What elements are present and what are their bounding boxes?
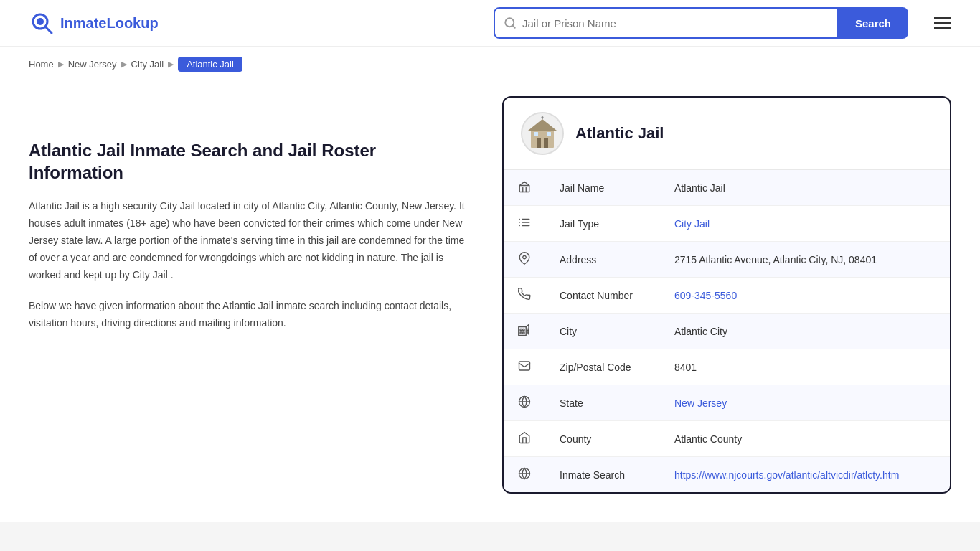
svg-rect-13 bbox=[519, 186, 529, 192]
hamburger-line-1 bbox=[934, 17, 951, 19]
card-header: Atlantic Jail bbox=[504, 98, 950, 170]
info-card: Atlantic Jail Jail NameAtlantic JailJail… bbox=[502, 96, 951, 494]
county-icon bbox=[504, 421, 545, 457]
logo-icon bbox=[29, 10, 55, 36]
field-label: City bbox=[545, 314, 660, 349]
field-label: Jail Type bbox=[545, 206, 660, 242]
field-label: Inmate Search bbox=[545, 457, 660, 493]
field-label: Jail Name bbox=[545, 170, 660, 206]
svg-rect-26 bbox=[520, 332, 522, 334]
svg-point-1 bbox=[37, 18, 44, 25]
menu-button[interactable] bbox=[934, 17, 951, 29]
field-value[interactable]: 609-345-5560 bbox=[660, 278, 950, 314]
search-globe-icon bbox=[504, 457, 545, 493]
svg-line-2 bbox=[45, 27, 52, 33]
svg-point-12 bbox=[542, 116, 544, 118]
table-row: StateNew Jersey bbox=[504, 385, 950, 421]
description-secondary: Below we have given information about th… bbox=[29, 298, 473, 332]
field-value[interactable]: https://www.njcourts.gov/atlantic/altvic… bbox=[660, 457, 950, 493]
footer bbox=[0, 522, 980, 551]
globe-icon bbox=[504, 385, 545, 421]
field-value: 8401 bbox=[660, 349, 950, 385]
field-value[interactable]: New Jersey bbox=[660, 385, 950, 421]
list-icon bbox=[504, 206, 545, 242]
field-value: Atlantic City bbox=[660, 314, 950, 349]
field-value[interactable]: City Jail bbox=[660, 206, 950, 242]
info-table: Jail NameAtlantic JailJail TypeCity Jail… bbox=[504, 170, 950, 492]
breadcrumb-sep-3: ▶ bbox=[168, 60, 174, 69]
mail-icon bbox=[504, 349, 545, 385]
phone-icon bbox=[504, 278, 545, 314]
breadcrumb-current: Atlantic Jail bbox=[178, 57, 242, 72]
svg-line-4 bbox=[512, 25, 514, 27]
svg-rect-27 bbox=[523, 332, 524, 334]
field-label: Address bbox=[545, 242, 660, 278]
field-link[interactable]: New Jersey bbox=[674, 397, 727, 409]
table-row: Inmate Searchhttps://www.njcourts.gov/at… bbox=[504, 457, 950, 493]
field-label: State bbox=[545, 385, 660, 421]
field-value: 2715 Atlantic Avenue, Atlantic City, NJ,… bbox=[660, 242, 950, 278]
field-link[interactable]: 609-345-5560 bbox=[674, 290, 737, 301]
svg-point-22 bbox=[523, 255, 527, 259]
field-label: Zip/Postal Code bbox=[545, 349, 660, 385]
main-layout: Atlantic Jail Inmate Search and Jail Ros… bbox=[0, 82, 980, 522]
table-row: Jail NameAtlantic Jail bbox=[504, 170, 950, 206]
city-icon bbox=[504, 314, 545, 349]
svg-rect-25 bbox=[523, 329, 524, 331]
search-input[interactable] bbox=[522, 17, 828, 29]
left-content: Atlantic Jail Inmate Search and Jail Ros… bbox=[29, 96, 473, 494]
table-row: Address2715 Atlantic Avenue, Atlantic Ci… bbox=[504, 242, 950, 278]
page-title: Atlantic Jail Inmate Search and Jail Ros… bbox=[29, 139, 473, 184]
table-row: CityAtlantic City bbox=[504, 314, 950, 349]
field-value: Atlantic County bbox=[660, 421, 950, 457]
field-link[interactable]: https://www.njcourts.gov/atlantic/altvic… bbox=[674, 469, 899, 481]
search-input-wrapper bbox=[494, 7, 838, 39]
svg-rect-9 bbox=[534, 132, 538, 136]
svg-rect-23 bbox=[519, 327, 527, 336]
search-icon bbox=[504, 17, 517, 29]
field-link[interactable]: City Jail bbox=[674, 218, 710, 230]
svg-rect-7 bbox=[537, 138, 541, 148]
jail-avatar bbox=[521, 112, 564, 155]
breadcrumb-home[interactable]: Home bbox=[29, 59, 54, 70]
table-row: Zip/Postal Code8401 bbox=[504, 349, 950, 385]
svg-rect-10 bbox=[547, 132, 551, 136]
jail-icon bbox=[504, 170, 545, 206]
breadcrumb-sep-2: ▶ bbox=[121, 60, 127, 69]
svg-rect-30 bbox=[519, 362, 530, 370]
building-icon bbox=[525, 116, 560, 151]
search-button[interactable]: Search bbox=[838, 7, 908, 39]
svg-rect-5 bbox=[531, 129, 554, 148]
breadcrumb: Home ▶ New Jersey ▶ City Jail ▶ Atlantic… bbox=[0, 47, 980, 82]
breadcrumb-new-jersey[interactable]: New Jersey bbox=[68, 59, 117, 70]
description-primary: Atlantic Jail is a high security City Ja… bbox=[29, 198, 473, 283]
card-title: Atlantic Jail bbox=[575, 124, 664, 143]
logo[interactable]: InmateLookup bbox=[29, 10, 159, 36]
breadcrumb-sep-1: ▶ bbox=[58, 60, 64, 69]
search-area: Search bbox=[494, 7, 908, 39]
svg-rect-28 bbox=[527, 329, 529, 331]
header: InmateLookup Search bbox=[0, 0, 980, 47]
field-label: County bbox=[545, 421, 660, 457]
field-label: Contact Number bbox=[545, 278, 660, 314]
hamburger-line-3 bbox=[934, 27, 951, 29]
svg-rect-29 bbox=[527, 332, 529, 334]
svg-marker-6 bbox=[528, 119, 557, 131]
breadcrumb-city-jail[interactable]: City Jail bbox=[131, 59, 164, 70]
svg-rect-8 bbox=[544, 138, 548, 148]
logo-text: InmateLookup bbox=[60, 15, 159, 32]
svg-rect-24 bbox=[520, 329, 522, 331]
field-value: Atlantic Jail bbox=[660, 170, 950, 206]
table-row: CountyAtlantic County bbox=[504, 421, 950, 457]
table-row: Contact Number609-345-5560 bbox=[504, 278, 950, 314]
location-icon bbox=[504, 242, 545, 278]
table-row: Jail TypeCity Jail bbox=[504, 206, 950, 242]
hamburger-line-2 bbox=[934, 22, 951, 24]
